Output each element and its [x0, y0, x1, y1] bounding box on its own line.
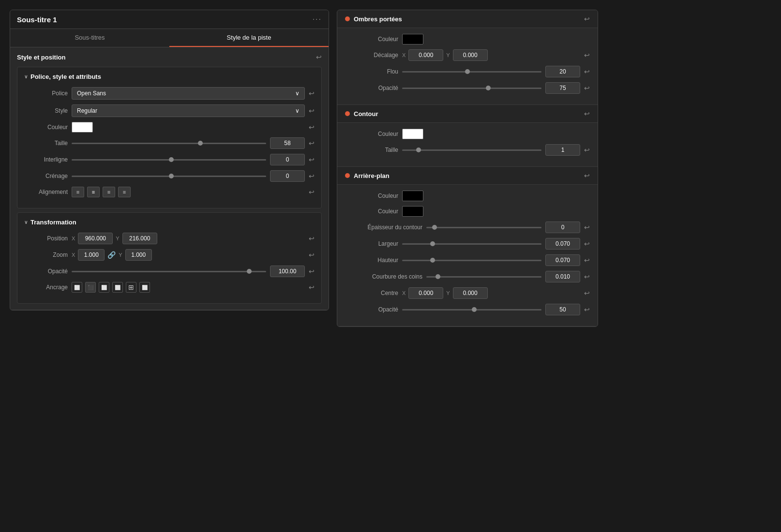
- zoom-link-icon[interactable]: 🔗: [107, 251, 116, 259]
- ombres-decalage-reset[interactable]: ↩: [584, 51, 590, 59]
- zoom-x-input[interactable]: [78, 249, 105, 261]
- ap-epaisseur-slider[interactable]: [426, 227, 541, 228]
- crenage-label: Crénage: [24, 173, 68, 179]
- color-reset[interactable]: ↩: [309, 123, 315, 131]
- ap-courbure-reset[interactable]: ↩: [584, 273, 590, 281]
- contour-taille-row: Taille ↩: [345, 144, 590, 156]
- align-center-btn[interactable]: ≡: [87, 187, 100, 197]
- align-justify-btn[interactable]: ≡: [118, 187, 131, 197]
- ap-centre-y[interactable]: [453, 287, 488, 299]
- taille-input[interactable]: [270, 137, 305, 149]
- crenage-reset[interactable]: ↩: [309, 172, 315, 180]
- ombres-flou-label: Flou: [345, 68, 398, 75]
- ap-hauteur-slider[interactable]: [402, 260, 541, 261]
- ombres-opacite-input[interactable]: [545, 82, 580, 94]
- ap-courbure-slider[interactable]: [426, 276, 541, 278]
- ap-color1-swatch[interactable]: [402, 191, 423, 201]
- anchor-br[interactable]: ⬜: [139, 282, 150, 293]
- contour-taille-input[interactable]: [545, 144, 580, 156]
- position-x-input[interactable]: [78, 233, 113, 244]
- transformation-chevron[interactable]: ∨: [24, 220, 28, 225]
- opacite-slider[interactable]: [72, 271, 266, 272]
- style-reset[interactable]: ↩: [309, 107, 315, 115]
- ombres-flou-reset[interactable]: ↩: [584, 68, 590, 75]
- color-swatch[interactable]: [72, 122, 93, 133]
- contour-title: Contour: [354, 110, 378, 118]
- ombres-opacite-reset[interactable]: ↩: [584, 84, 590, 92]
- opacite-reset[interactable]: ↩: [309, 267, 315, 275]
- interligne-input[interactable]: [270, 154, 305, 165]
- ap-hauteur-reset[interactable]: ↩: [584, 256, 590, 264]
- ombres-flou-input[interactable]: [545, 66, 580, 77]
- ombres-section: Couleur Décalage X Y ↩ Flou ↩: [337, 28, 598, 105]
- ap-color2-swatch[interactable]: [402, 206, 423, 217]
- ombres-color-swatch[interactable]: [402, 34, 423, 44]
- ombres-flou-slider[interactable]: [402, 71, 541, 73]
- ap-largeur-input[interactable]: [545, 238, 580, 250]
- interligne-slider[interactable]: [72, 159, 266, 161]
- align-group: ≡ ≡ ≡ ≡: [72, 187, 131, 197]
- position-y-input[interactable]: [122, 233, 157, 244]
- contour-reset[interactable]: ↩: [584, 110, 590, 118]
- ap-courbure-row: Courbure des coins ↩: [345, 271, 590, 282]
- contour-taille-reset[interactable]: ↩: [584, 146, 590, 154]
- contour-taille-slider[interactable]: [402, 149, 541, 151]
- arriere-plan-indicator[interactable]: [345, 173, 350, 178]
- font-dropdown[interactable]: Open Sans ∨: [72, 87, 305, 100]
- taille-slider[interactable]: [72, 143, 266, 144]
- anchor-center[interactable]: ⊞: [126, 282, 136, 293]
- zoom-y-input[interactable]: [125, 249, 152, 261]
- position-reset[interactable]: ↩: [309, 235, 315, 242]
- crenage-input[interactable]: [270, 170, 305, 182]
- ap-opacite-slider[interactable]: [402, 309, 541, 310]
- ombres-indicator[interactable]: [345, 16, 350, 21]
- font-chevron[interactable]: ∨: [24, 74, 28, 79]
- arriere-plan-reset[interactable]: ↩: [584, 172, 590, 179]
- tab-sous-titres[interactable]: Sous-titres: [10, 29, 169, 47]
- contour-indicator[interactable]: [345, 111, 350, 116]
- ap-centre-x[interactable]: [408, 287, 443, 299]
- ap-epaisseur-input[interactable]: [545, 222, 580, 233]
- align-right-btn[interactable]: ≡: [103, 187, 115, 197]
- contour-header: Contour ↩: [337, 105, 598, 123]
- ombres-opacite-label: Opacité: [345, 85, 398, 91]
- ancrage-reset[interactable]: ↩: [309, 283, 315, 291]
- anchor-bl[interactable]: ⬜: [112, 282, 123, 293]
- ombres-reset[interactable]: ↩: [584, 15, 590, 23]
- contour-taille-label: Taille: [345, 147, 398, 153]
- panel-menu-dots[interactable]: ···: [313, 15, 322, 24]
- crenage-slider[interactable]: [72, 176, 266, 177]
- ombres-decalage-y[interactable]: [453, 49, 488, 61]
- interligne-reset[interactable]: ↩: [309, 156, 315, 163]
- arriere-plan-title-row: Arrière-plan: [345, 172, 390, 179]
- right-panel: Ombres portées ↩ Couleur Décalage X Y ↩ …: [337, 10, 598, 327]
- ap-hauteur-input[interactable]: [545, 254, 580, 266]
- ombres-decalage-x[interactable]: [408, 49, 443, 61]
- ap-centre-reset[interactable]: ↩: [584, 289, 590, 297]
- anchor-tr[interactable]: ⬜: [99, 282, 109, 293]
- style-dropdown[interactable]: Regular ∨: [72, 104, 305, 117]
- ap-courbure-input[interactable]: [545, 271, 580, 282]
- ap-epaisseur-row: Épaisseur du contour ↩: [345, 222, 590, 233]
- anchor-tl[interactable]: ⬜: [72, 282, 82, 293]
- ap-largeur-reset[interactable]: ↩: [584, 240, 590, 248]
- zoom-reset[interactable]: ↩: [309, 251, 315, 259]
- ap-opacite-input[interactable]: [545, 304, 580, 315]
- font-reset[interactable]: ↩: [309, 89, 315, 97]
- ombres-opacite-slider[interactable]: [402, 88, 541, 89]
- align-left-btn[interactable]: ≡: [72, 187, 84, 197]
- ap-opacite-reset[interactable]: ↩: [584, 306, 590, 313]
- contour-title-row: Contour: [345, 110, 378, 118]
- alignement-reset[interactable]: ↩: [309, 188, 315, 196]
- style-position-reset[interactable]: ↩: [316, 53, 322, 61]
- taille-row: Taille ↩: [24, 137, 315, 149]
- taille-reset[interactable]: ↩: [309, 139, 315, 147]
- opacite-input[interactable]: [270, 266, 305, 277]
- anchor-tc[interactable]: ⬛: [85, 282, 96, 293]
- ap-largeur-slider[interactable]: [402, 243, 541, 245]
- opacite-row: Opacité ↩: [24, 266, 315, 277]
- ap-epaisseur-reset[interactable]: ↩: [584, 223, 590, 231]
- arriere-plan-section: Couleur Couleur Épaisseur du contour ↩ L…: [337, 185, 598, 326]
- contour-color-swatch[interactable]: [402, 129, 423, 139]
- tab-style-piste[interactable]: Style de la piste: [169, 29, 329, 47]
